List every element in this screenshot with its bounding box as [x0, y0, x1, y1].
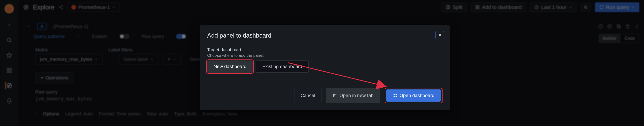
svg-point-26	[636, 27, 636, 28]
explain-toggle[interactable]	[119, 34, 130, 39]
svg-rect-3	[7, 71, 9, 73]
svg-rect-31	[395, 96, 397, 97]
options-step: Step: auto	[146, 111, 168, 116]
chevron-down-icon	[173, 58, 176, 61]
label-filters-label: Label filters	[108, 47, 132, 52]
chevron-down-icon	[150, 58, 154, 61]
page-title: Explore	[33, 4, 54, 11]
remove-query-icon[interactable]	[625, 24, 630, 29]
options-collapse-row[interactable]: Options Legend: Auto Format: Time series…	[34, 111, 237, 116]
disable-query-icon[interactable]	[607, 24, 612, 29]
svg-rect-12	[476, 6, 477, 7]
svg-rect-10	[446, 6, 448, 9]
options-type: Type: Both	[174, 111, 196, 116]
datasource-name: Prometheus-1	[78, 4, 110, 10]
svg-rect-30	[393, 96, 395, 97]
svg-point-9	[62, 8, 62, 9]
modal-title: Add panel to dashboard	[207, 32, 442, 39]
datasource-picker[interactable]: Prometheus-1	[67, 3, 120, 12]
mode-builder[interactable]: Builder	[599, 34, 620, 43]
run-query-label: Run query	[606, 4, 629, 10]
explain-label: Explain	[92, 34, 107, 39]
drag-handle-icon[interactable]	[634, 24, 639, 29]
target-dashboard-options: New dashboard Existing dashboard	[207, 60, 442, 73]
raw-query-toggle[interactable]	[176, 34, 186, 39]
mode-code[interactable]: Code	[620, 34, 639, 43]
zoom-out-button[interactable]	[580, 3, 591, 12]
open-dashboard-label: Open dashboard	[400, 93, 434, 98]
metric-value: jvm_memory_max_bytes	[40, 56, 92, 62]
target-dashboard-desc: Choose where to add the panel.	[207, 53, 442, 58]
svg-point-19	[608, 25, 612, 28]
chevron-right-icon	[34, 112, 37, 115]
raw-query-text: jvm_memory_max_bytes	[35, 96, 92, 102]
split-label: Split	[452, 4, 462, 10]
close-button[interactable]	[436, 31, 444, 39]
compass-icon[interactable]	[5, 82, 12, 89]
query-datasource-hint: (Prometheus-1)	[54, 24, 88, 29]
expand-sidebar-icon[interactable]	[6, 21, 13, 29]
query-patterns-link[interactable]: Query patterns	[34, 34, 65, 39]
editor-mode-segment: Builder Code	[598, 34, 639, 43]
duplicate-query-icon[interactable]	[616, 24, 621, 29]
apps-icon	[475, 5, 480, 10]
label-op-select[interactable]: =	[163, 54, 181, 65]
query-options-row: Query patterns Explain Raw query	[34, 34, 186, 39]
svg-rect-21	[617, 25, 620, 27]
query-history-icon[interactable]	[598, 24, 603, 29]
metric-select[interactable]: jvm_memory_max_bytes	[35, 54, 102, 65]
svg-point-23	[637, 25, 638, 26]
cancel-button[interactable]: Cancel	[294, 88, 322, 103]
option-existing-dashboard[interactable]: Existing dashboard	[256, 60, 308, 73]
explore-topbar: Explore Prometheus-1 Split Add to dashbo…	[18, 0, 644, 15]
apps-icon	[393, 93, 397, 98]
svg-rect-28	[393, 94, 395, 95]
open-in-new-tab-button[interactable]: Open in new tab	[326, 88, 380, 103]
search-icon[interactable]	[6, 36, 13, 44]
star-icon[interactable]	[6, 51, 13, 59]
bell-icon[interactable]	[6, 97, 13, 104]
options-legend: Legend: Auto	[65, 111, 93, 116]
add-to-dashboard-button[interactable]: Add to dashboard	[471, 2, 526, 12]
chevron-down-icon[interactable]	[27, 25, 30, 28]
svg-point-8	[60, 7, 60, 8]
operations-button[interactable]: + Operations	[35, 73, 74, 83]
svg-point-6	[24, 5, 28, 10]
open-dashboard-button[interactable]: Open dashboard	[386, 89, 441, 102]
prometheus-logo-icon	[71, 5, 76, 10]
svg-point-0	[7, 38, 11, 42]
grafana-logo-icon[interactable]	[4, 4, 14, 14]
svg-point-27	[637, 27, 638, 28]
svg-point-24	[636, 26, 636, 27]
svg-rect-2	[10, 68, 12, 70]
raw-query-label: Raw query	[142, 34, 164, 39]
chevron-down-icon	[112, 6, 116, 9]
svg-point-5	[7, 83, 12, 88]
svg-rect-13	[478, 6, 479, 7]
apps-icon[interactable]	[6, 67, 13, 74]
svg-rect-1	[7, 68, 9, 70]
chevron-down-icon	[569, 6, 572, 9]
clock-icon	[534, 5, 539, 10]
operations-label: Operations	[45, 75, 68, 81]
add-panel-modal: Add panel to dashboard Target dashboard …	[200, 25, 450, 110]
svg-rect-29	[395, 94, 397, 95]
field-labels-row: Metric Label filters	[35, 47, 132, 52]
chevron-down-icon	[77, 35, 80, 38]
label-name-select[interactable]: Select label	[119, 54, 158, 65]
search-minus-icon	[584, 5, 588, 10]
field-controls-row: jvm_memory_max_bytes Select label = Sele…	[35, 54, 220, 65]
target-dashboard-label: Target dashboard	[207, 47, 442, 52]
label-name-placeholder: Select label	[124, 56, 148, 62]
label-op: =	[168, 56, 170, 62]
split-button[interactable]: Split	[442, 2, 467, 12]
columns-icon	[446, 5, 450, 10]
run-query-button[interactable]: Run query	[595, 2, 639, 12]
share-icon[interactable]	[58, 5, 63, 10]
svg-rect-11	[448, 6, 450, 9]
option-new-dashboard[interactable]: New dashboard	[207, 60, 253, 73]
time-range-picker[interactable]: Last 1 hour	[530, 2, 576, 12]
query-letter-badge[interactable]: A	[37, 23, 47, 30]
svg-rect-15	[478, 8, 479, 9]
raw-query-header: Raw query	[35, 89, 58, 95]
